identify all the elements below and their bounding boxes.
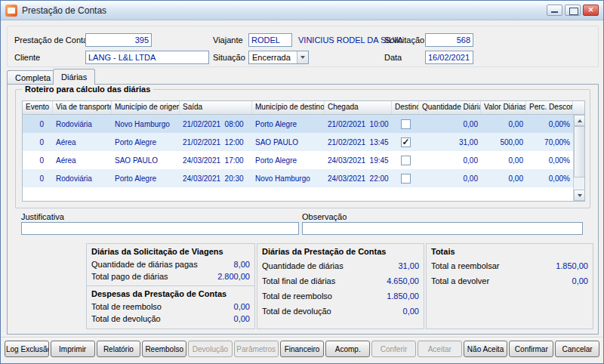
cell-saida: 21/02/2021 08:00 xyxy=(180,120,252,128)
tab-diarias[interactable]: Diárias xyxy=(53,69,95,85)
cliente-input[interactable] xyxy=(85,51,209,64)
grid-body: 0 Rodoviária Novo Hamburgo 21/02/2021 08… xyxy=(23,115,573,201)
cell-chegada: 21/02/2021 10:00 xyxy=(325,120,392,128)
diarias-prestacao-title: Diárias da Prestação de Contas xyxy=(257,244,424,258)
cell-destino xyxy=(392,119,419,129)
situacao-select[interactable]: Encerrada xyxy=(248,51,309,64)
cell-chegada: 21/02/2021 13:45 xyxy=(325,138,392,147)
observacao-input[interactable] xyxy=(302,222,583,235)
minimize-icon[interactable] xyxy=(547,5,562,16)
cell-destino xyxy=(392,174,419,184)
tab-completa[interactable]: Completa xyxy=(7,70,59,85)
summary-row: Total pago de diárias 2.800,00 xyxy=(87,270,254,282)
summary-label: Total a reembolsar xyxy=(431,261,500,270)
table-row[interactable]: 0 Aérea SAO PAULO 24/03/2021 17:00 Porto… xyxy=(23,151,573,169)
app-icon xyxy=(5,5,17,17)
footer-button-bar: Log Exclusão Imprimir Relatório Reembols… xyxy=(5,341,599,357)
summary-value: 0,00 xyxy=(234,302,250,311)
cell-destino xyxy=(392,137,419,147)
cell-valor-diarias: 0,00 xyxy=(481,120,526,128)
summary-row: Total a devolver 0,00 xyxy=(427,273,593,288)
cell-municipio-de-origem: SAO PAULO xyxy=(112,156,180,165)
scrollbar-down-icon[interactable] xyxy=(574,190,585,201)
vertical-scrollbar[interactable] xyxy=(573,115,584,201)
footer-button[interactable]: Parâmetros xyxy=(234,341,279,357)
column-header-municipio-de-origem: Município de origem xyxy=(112,101,180,114)
footer-button[interactable]: Cancelar xyxy=(555,341,599,357)
footer-button[interactable]: Aceitar xyxy=(418,341,462,357)
cell-evento: 0 xyxy=(23,120,53,128)
data-input[interactable] xyxy=(425,51,473,64)
footer-button[interactable]: Acomp. xyxy=(325,341,370,357)
summary-row: Total de reembolso 1.850,00 xyxy=(257,288,424,304)
cell-municipio-de-origem: Porto Alegre xyxy=(112,138,180,147)
cell-quantidade-diarias: 0,00 xyxy=(419,174,481,183)
footer-button[interactable]: Reembolso xyxy=(142,341,186,357)
cell-via-de-transporte: Aérea xyxy=(53,138,112,147)
column-header-municipio-de-destino: Município de destino xyxy=(252,101,325,114)
cell-destino xyxy=(392,156,419,165)
scrollbar-thumb[interactable] xyxy=(574,126,585,177)
footer-button[interactable]: Imprimir xyxy=(51,341,95,357)
summary-label: Total de devolução xyxy=(91,314,161,323)
summary-value: 1.850,00 xyxy=(387,292,419,301)
diarias-solicitacao-panel: Diárias da Solicitação de Viagens Quanti… xyxy=(86,243,255,286)
solicitacao-input[interactable] xyxy=(425,33,473,47)
footer-button[interactable]: Financeiro xyxy=(280,341,325,357)
observacao-label: Observação xyxy=(302,212,347,221)
prestacao-input[interactable] xyxy=(85,33,152,47)
destino-checkbox[interactable] xyxy=(401,119,411,129)
chevron-down-icon[interactable] xyxy=(297,51,308,63)
footer-button[interactable]: Relatório xyxy=(97,341,141,357)
viajante-input[interactable] xyxy=(248,33,292,47)
footer-button[interactable]: Log Exclusão xyxy=(5,341,49,357)
table-row[interactable]: 0 Aérea Porto Alegre 21/02/2021 12:00 SA… xyxy=(23,133,573,151)
footer-button[interactable]: Não Aceita xyxy=(464,341,508,357)
cell-valor-diarias: 0,00 xyxy=(481,156,526,165)
table-row[interactable]: 0 Rodoviária Porto Alegre 24/03/2021 20:… xyxy=(23,169,573,187)
cell-saida: 24/03/2021 20:30 xyxy=(180,174,252,183)
summary-value: 0,00 xyxy=(234,314,250,323)
summary-value: 4.650,00 xyxy=(387,276,419,285)
diarias-solicitacao-title: Diárias da Solicitação de Viagens xyxy=(87,244,254,258)
footer-button[interactable]: Confirmar xyxy=(509,341,553,357)
column-header-evento: Evento xyxy=(23,101,53,114)
totais-title: Totais xyxy=(427,244,593,258)
footer-button[interactable]: Conferir xyxy=(371,341,416,357)
viajante-label: Viajante xyxy=(213,35,243,45)
summary-row: Total de devolução 0,00 xyxy=(257,304,424,319)
destino-checkbox[interactable] xyxy=(401,156,411,165)
diarias-prestacao-panel: Diárias da Prestação de Contas Quantidad… xyxy=(257,243,424,329)
destino-checkbox[interactable] xyxy=(401,137,411,147)
justificativa-input[interactable] xyxy=(21,222,299,235)
maximize-icon[interactable] xyxy=(565,5,581,16)
cell-municipio-de-destino: Novo Hamburgo xyxy=(252,174,325,183)
footer-button[interactable]: Devolução xyxy=(188,341,233,357)
justificativa-label: Justificativa xyxy=(21,212,64,221)
summary-label: Total de devolução xyxy=(262,307,331,316)
diarias-tab-panel: Roteiro para cálculo das diárias Evento … xyxy=(7,84,599,335)
cell-perc-desconto: 70,00% xyxy=(526,138,573,147)
cell-evento: 0 xyxy=(23,138,53,147)
column-header-via-de-transporte: Via de transporte xyxy=(53,101,112,114)
cell-perc-desconto: 0,00% xyxy=(526,120,573,128)
title-bar[interactable]: Prestação de Contas xyxy=(1,1,603,20)
column-header-saida: Saída xyxy=(180,101,252,114)
table-row[interactable]: 0 Rodoviária Novo Hamburgo 21/02/2021 08… xyxy=(23,115,573,133)
summary-value: 8,00 xyxy=(234,260,250,269)
cell-municipio-de-destino: SAO PAULO xyxy=(252,138,325,147)
cell-quantidade-diarias: 31,00 xyxy=(419,138,481,147)
cell-valor-diarias: 0,00 xyxy=(481,174,526,183)
column-header-chegada: Chegada xyxy=(325,101,392,114)
scrollbar-up-icon[interactable] xyxy=(574,115,585,126)
cell-valor-diarias: 500,00 xyxy=(481,138,526,147)
cell-evento: 0 xyxy=(23,174,53,183)
cell-chegada: 24/03/2021 19:45 xyxy=(325,156,392,165)
roteiro-group-title: Roteiro para cálculo das diárias xyxy=(22,85,153,94)
destino-checkbox[interactable] xyxy=(401,174,411,184)
roteiro-groupbox: Roteiro para cálculo das diárias Evento … xyxy=(15,89,590,208)
cell-via-de-transporte: Rodoviária xyxy=(53,120,112,128)
cell-municipio-de-destino: Porto Alegre xyxy=(252,120,325,128)
cell-via-de-transporte: Aérea xyxy=(53,156,112,165)
close-icon[interactable] xyxy=(583,5,599,16)
